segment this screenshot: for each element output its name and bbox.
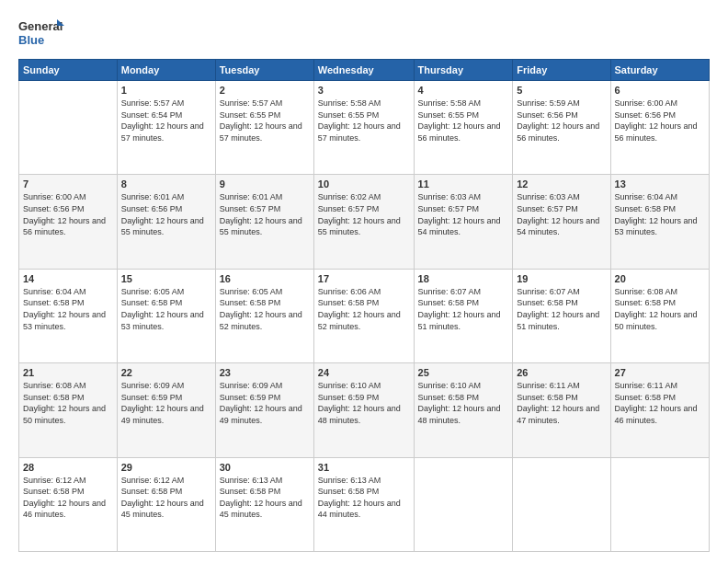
calendar-cell: 14Sunrise: 6:04 AMSunset: 6:58 PMDayligh… <box>19 269 118 362</box>
calendar-cell: 2Sunrise: 5:57 AMSunset: 6:55 PMDaylight… <box>215 81 313 175</box>
day-number: 16 <box>220 273 310 284</box>
day-number: 21 <box>23 367 113 378</box>
col-header-sunday: Sunday <box>19 60 118 81</box>
day-number: 6 <box>615 85 705 96</box>
day-number: 8 <box>121 178 211 190</box>
day-number: 5 <box>517 85 606 96</box>
calendar-cell: 16Sunrise: 6:05 AMSunset: 6:58 PMDayligh… <box>215 269 313 362</box>
day-info: Sunrise: 6:09 AMSunset: 6:59 PMDaylight:… <box>121 380 211 426</box>
calendar-cell: 3Sunrise: 5:58 AMSunset: 6:55 PMDaylight… <box>313 81 414 175</box>
day-number: 19 <box>517 273 606 284</box>
calendar-cell <box>513 457 610 551</box>
day-number: 27 <box>615 367 705 378</box>
calendar-cell: 18Sunrise: 6:07 AMSunset: 6:58 PMDayligh… <box>414 269 513 362</box>
day-number: 25 <box>418 367 509 378</box>
calendar-cell: 23Sunrise: 6:09 AMSunset: 6:59 PMDayligh… <box>215 363 313 457</box>
day-info: Sunrise: 5:57 AMSunset: 6:54 PMDaylight:… <box>121 98 211 144</box>
day-info: Sunrise: 5:57 AMSunset: 6:55 PMDaylight:… <box>220 98 310 144</box>
day-number: 11 <box>418 178 509 190</box>
calendar-cell: 12Sunrise: 6:03 AMSunset: 6:57 PMDayligh… <box>513 175 610 269</box>
svg-text:Blue: Blue <box>18 33 44 47</box>
calendar-cell: 7Sunrise: 6:00 AMSunset: 6:56 PMDaylight… <box>19 175 118 269</box>
calendar-cell: 28Sunrise: 6:12 AMSunset: 6:58 PMDayligh… <box>19 457 118 551</box>
day-number: 3 <box>318 85 410 96</box>
day-number: 18 <box>418 273 509 284</box>
day-number: 12 <box>517 178 606 190</box>
day-number: 2 <box>220 85 310 96</box>
col-header-wednesday: Wednesday <box>313 60 414 81</box>
calendar-cell: 19Sunrise: 6:07 AMSunset: 6:58 PMDayligh… <box>513 269 610 362</box>
calendar-cell: 9Sunrise: 6:01 AMSunset: 6:57 PMDaylight… <box>215 175 313 269</box>
day-info: Sunrise: 6:05 AMSunset: 6:58 PMDaylight:… <box>220 286 310 332</box>
logo-svg: General Blue <box>18 17 64 50</box>
calendar-cell: 31Sunrise: 6:13 AMSunset: 6:58 PMDayligh… <box>313 457 414 551</box>
day-number: 10 <box>318 178 410 190</box>
day-info: Sunrise: 6:03 AMSunset: 6:57 PMDaylight:… <box>517 191 606 237</box>
calendar-cell: 15Sunrise: 6:05 AMSunset: 6:58 PMDayligh… <box>117 269 215 362</box>
day-info: Sunrise: 6:13 AMSunset: 6:58 PMDaylight:… <box>318 475 410 521</box>
calendar-cell: 24Sunrise: 6:10 AMSunset: 6:59 PMDayligh… <box>313 363 414 457</box>
header: General Blue <box>18 17 710 50</box>
calendar-cell: 27Sunrise: 6:11 AMSunset: 6:58 PMDayligh… <box>610 363 709 457</box>
calendar-cell: 5Sunrise: 5:59 AMSunset: 6:56 PMDaylight… <box>513 81 610 175</box>
day-number: 1 <box>121 85 211 96</box>
calendar-cell: 6Sunrise: 6:00 AMSunset: 6:56 PMDaylight… <box>610 81 709 175</box>
day-number: 9 <box>220 178 310 190</box>
day-info: Sunrise: 6:07 AMSunset: 6:58 PMDaylight:… <box>418 286 509 332</box>
day-info: Sunrise: 6:05 AMSunset: 6:58 PMDaylight:… <box>121 286 211 332</box>
calendar-cell <box>610 457 709 551</box>
day-info: Sunrise: 5:59 AMSunset: 6:56 PMDaylight:… <box>517 98 606 144</box>
calendar-cell: 8Sunrise: 6:01 AMSunset: 6:56 PMDaylight… <box>117 175 215 269</box>
day-info: Sunrise: 6:12 AMSunset: 6:58 PMDaylight:… <box>23 475 113 521</box>
day-number: 28 <box>23 462 113 473</box>
calendar-cell: 4Sunrise: 5:58 AMSunset: 6:55 PMDaylight… <box>414 81 513 175</box>
day-info: Sunrise: 6:12 AMSunset: 6:58 PMDaylight:… <box>121 475 211 521</box>
calendar-cell: 22Sunrise: 6:09 AMSunset: 6:59 PMDayligh… <box>117 363 215 457</box>
col-header-thursday: Thursday <box>414 60 513 81</box>
svg-text:General: General <box>18 19 63 33</box>
calendar-cell: 30Sunrise: 6:13 AMSunset: 6:58 PMDayligh… <box>215 457 313 551</box>
day-info: Sunrise: 6:04 AMSunset: 6:58 PMDaylight:… <box>23 286 113 332</box>
day-info: Sunrise: 6:10 AMSunset: 6:59 PMDaylight:… <box>318 380 410 426</box>
calendar-cell: 10Sunrise: 6:02 AMSunset: 6:57 PMDayligh… <box>313 175 414 269</box>
calendar-cell: 26Sunrise: 6:11 AMSunset: 6:58 PMDayligh… <box>513 363 610 457</box>
day-info: Sunrise: 6:11 AMSunset: 6:58 PMDaylight:… <box>517 380 606 426</box>
day-info: Sunrise: 6:06 AMSunset: 6:58 PMDaylight:… <box>318 286 410 332</box>
day-info: Sunrise: 6:07 AMSunset: 6:58 PMDaylight:… <box>517 286 606 332</box>
day-info: Sunrise: 6:00 AMSunset: 6:56 PMDaylight:… <box>23 191 113 237</box>
day-number: 31 <box>318 462 410 473</box>
calendar-cell: 13Sunrise: 6:04 AMSunset: 6:58 PMDayligh… <box>610 175 709 269</box>
day-info: Sunrise: 6:13 AMSunset: 6:58 PMDaylight:… <box>220 475 310 521</box>
day-number: 29 <box>121 462 211 473</box>
calendar-cell <box>19 81 118 175</box>
day-number: 7 <box>23 178 113 190</box>
calendar-cell: 25Sunrise: 6:10 AMSunset: 6:58 PMDayligh… <box>414 363 513 457</box>
day-number: 26 <box>517 367 606 378</box>
calendar-cell: 20Sunrise: 6:08 AMSunset: 6:58 PMDayligh… <box>610 269 709 362</box>
col-header-monday: Monday <box>117 60 215 81</box>
col-header-friday: Friday <box>513 60 610 81</box>
day-number: 30 <box>220 462 310 473</box>
col-header-tuesday: Tuesday <box>215 60 313 81</box>
day-number: 17 <box>318 273 410 284</box>
day-info: Sunrise: 6:09 AMSunset: 6:59 PMDaylight:… <box>220 380 310 426</box>
col-header-saturday: Saturday <box>610 60 709 81</box>
day-number: 15 <box>121 273 211 284</box>
day-info: Sunrise: 5:58 AMSunset: 6:55 PMDaylight:… <box>418 98 509 144</box>
logo: General Blue <box>18 17 64 50</box>
day-info: Sunrise: 6:01 AMSunset: 6:57 PMDaylight:… <box>220 191 310 237</box>
day-info: Sunrise: 5:58 AMSunset: 6:55 PMDaylight:… <box>318 98 410 144</box>
day-number: 4 <box>418 85 509 96</box>
day-number: 13 <box>615 178 705 190</box>
day-number: 22 <box>121 367 211 378</box>
day-info: Sunrise: 6:03 AMSunset: 6:57 PMDaylight:… <box>418 191 509 237</box>
calendar-cell: 11Sunrise: 6:03 AMSunset: 6:57 PMDayligh… <box>414 175 513 269</box>
calendar-cell: 29Sunrise: 6:12 AMSunset: 6:58 PMDayligh… <box>117 457 215 551</box>
calendar-cell: 1Sunrise: 5:57 AMSunset: 6:54 PMDaylight… <box>117 81 215 175</box>
day-number: 23 <box>220 367 310 378</box>
page: General Blue SundayMondayTuesdayWednesda… <box>0 0 728 563</box>
day-info: Sunrise: 6:02 AMSunset: 6:57 PMDaylight:… <box>318 191 410 237</box>
calendar-table: SundayMondayTuesdayWednesdayThursdayFrid… <box>18 59 710 552</box>
calendar-cell: 21Sunrise: 6:08 AMSunset: 6:58 PMDayligh… <box>19 363 118 457</box>
day-info: Sunrise: 6:08 AMSunset: 6:58 PMDaylight:… <box>615 286 705 332</box>
